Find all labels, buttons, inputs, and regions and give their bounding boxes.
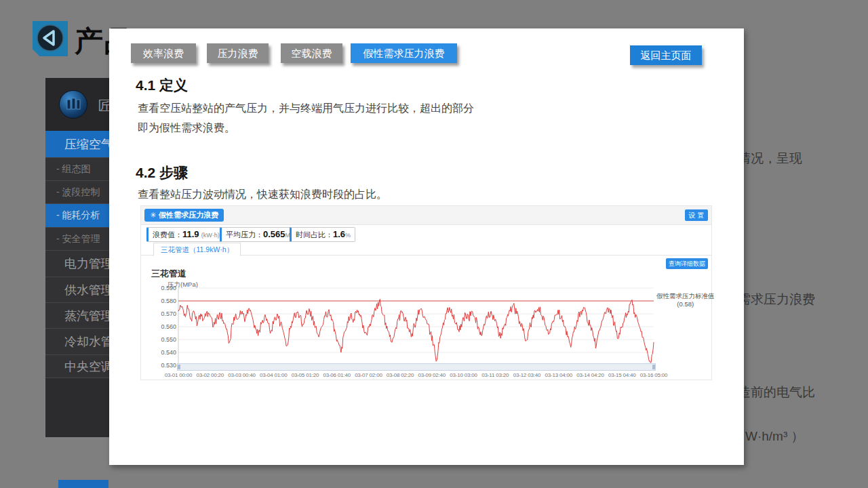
- x-tick-label: 03-06 01:40: [320, 372, 354, 378]
- sidebar-item[interactable]: - 能耗分析: [45, 204, 109, 228]
- x-tick-label: 03-05 01:20: [288, 372, 322, 378]
- query-detail-data-button[interactable]: 查询详细数据: [666, 258, 708, 269]
- section-heading-steps: 4.2 步骤: [136, 163, 188, 182]
- reference-line-annotation: 假性需求压力标准值 (0.58): [656, 292, 715, 308]
- back-arrow-logo[interactable]: [33, 21, 68, 56]
- sidebar-item[interactable]: 电力管理: [45, 251, 109, 277]
- y-tick-label: 0.550: [151, 336, 176, 343]
- y-tick-label: 0.560: [151, 323, 176, 330]
- sidebar-item-partial: [58, 480, 108, 488]
- x-tick-label: 03-15 04:40: [605, 372, 639, 378]
- steps-text: 查看整站压力波动情况，快速获知浪费时段的占比。: [138, 184, 387, 204]
- tab-pressure-waste[interactable]: 压力浪费: [207, 43, 269, 63]
- y-tick-label: 0.590: [151, 285, 176, 291]
- tab-false-demand-pressure-waste[interactable]: 假性需求压力浪费: [351, 43, 457, 63]
- pressure-line-chart: [178, 288, 654, 365]
- sidebar-item[interactable]: - 组态图: [45, 158, 109, 181]
- back-arrow-icon: [33, 21, 68, 56]
- tab-idle-waste[interactable]: 空载浪费: [281, 43, 342, 63]
- x-tick-label: 03-10 03:00: [447, 372, 481, 378]
- stat-time-ratio: 时间占比：1.6%: [290, 227, 355, 242]
- x-tick-label: 03-09 02:40: [415, 372, 449, 378]
- x-tick-label: 03-03 00:40: [224, 372, 258, 378]
- section-heading-definition: 4.1 定义: [136, 76, 188, 95]
- sidebar-item[interactable]: 蒸汽管理: [45, 303, 109, 329]
- sidebar-header: 匠: [45, 78, 109, 131]
- x-tick-label: 03-16 05:00: [637, 372, 671, 378]
- x-tick-label: 03-04 01:00: [256, 372, 290, 378]
- stat-waste-value: 浪费值：11.9 (kW·h): [146, 227, 224, 242]
- settings-button[interactable]: 设 置: [685, 209, 708, 221]
- x-tick-label: 03-02 00:20: [193, 372, 227, 378]
- sidebar-item[interactable]: 冷却水管: [45, 329, 109, 355]
- x-tick-label: 03-14 04:20: [574, 372, 608, 378]
- sidebar-item[interactable]: - 波段控制: [45, 181, 109, 204]
- y-tick-label: 0.570: [151, 310, 176, 317]
- sidebar-brand-text: 匠: [98, 97, 109, 115]
- pipe-tab-sanhua[interactable]: 三花管道（11.9kW·h）: [153, 243, 241, 256]
- y-tick-label: 0.530: [151, 362, 176, 369]
- clipped-text-fragment: 需求压力浪费: [738, 291, 815, 308]
- chart-title: 三花管道: [151, 268, 186, 280]
- waste-detail-modal: 效率浪费 压力浪费 空载浪费 假性需求压力浪费 返回主页面 4.1 定义 查看空…: [109, 28, 744, 465]
- clipped-text-fragment: 造前的电气比: [738, 384, 815, 401]
- definition-text: 查看空压站整站的产气压力，并与终端用气压力进行比较，超出的部分 即为假性需求浪费…: [138, 98, 474, 138]
- tab-efficiency-waste[interactable]: 效率浪费: [131, 43, 196, 63]
- sidebar-item[interactable]: 压缩空气: [45, 131, 109, 158]
- background-sidebar: 匠 压缩空气- 组态图- 波段控制- 能耗分析- 安全管理电力管理供水管理蒸汽管…: [45, 78, 109, 437]
- x-tick-label: 03-07 02:00: [351, 372, 385, 378]
- x-tick-label: 03-13 04:00: [542, 372, 576, 378]
- x-tick-label: 03-08 02:20: [383, 372, 417, 378]
- x-tick-label: 03-12 03:40: [510, 372, 544, 378]
- sidebar-logo-icon: [59, 90, 87, 119]
- sidebar-item[interactable]: 中央空调管: [45, 355, 109, 378]
- y-tick-label: 0.540: [151, 349, 176, 356]
- dashboard-header-bar: [141, 206, 711, 225]
- sidebar-item[interactable]: - 安全管理: [45, 228, 109, 251]
- badge-spark-icon: ✳: [150, 211, 156, 219]
- x-tick-label: 03-01 00:00: [161, 372, 195, 378]
- x-tick-label: 03-11 03:20: [478, 372, 512, 378]
- return-main-page-button[interactable]: 返回主页面: [630, 45, 702, 65]
- dashboard-title-badge: ✳假性需求压力浪费: [144, 209, 224, 222]
- clipped-text-fragment: W·h/m³ ）: [745, 428, 804, 445]
- dashboard-screenshot: ✳假性需求压力浪费 设 置 浪费值：11.9 (kW·h) 平均压力：0.565…: [140, 205, 712, 380]
- data-zoom-slider[interactable]: [177, 363, 656, 371]
- sidebar-item[interactable]: 供水管理: [45, 277, 109, 303]
- clipped-text-fragment: 情况，呈现: [738, 150, 802, 167]
- y-tick-label: 0.580: [151, 298, 176, 304]
